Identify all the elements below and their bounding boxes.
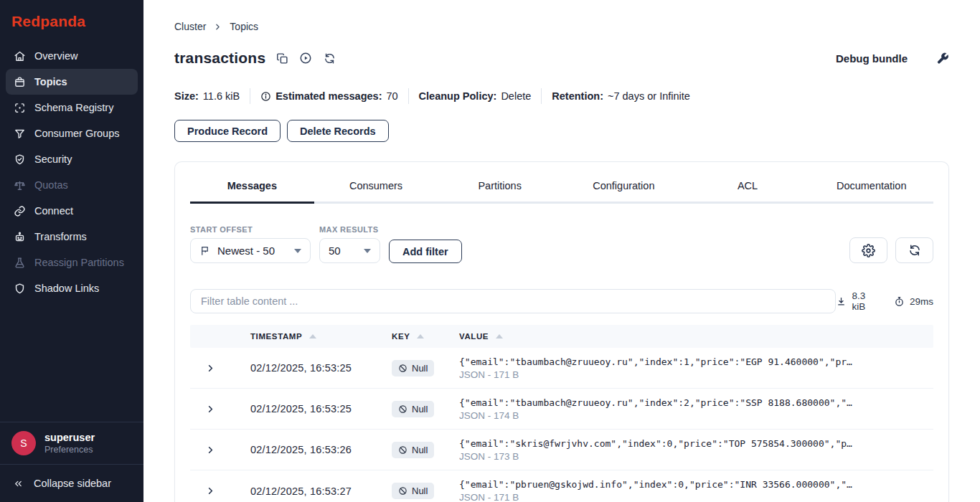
message-key: Null	[383, 401, 453, 417]
tab-messages[interactable]: Messages	[190, 180, 314, 204]
sidebar-item-connect[interactable]: Connect	[6, 198, 138, 224]
stat-value: ~7 days or Infinite	[608, 90, 690, 102]
col-header-timestamp[interactable]: TIMESTAMP	[230, 332, 383, 341]
sort-icon[interactable]	[496, 334, 503, 338]
max-results-value: 50	[329, 245, 341, 257]
message-value: {"email":"tbaumbach@zruueoy.ru","index":…	[453, 351, 933, 386]
page-title: transactions	[174, 49, 265, 67]
tab-partitions[interactable]: Partitions	[438, 180, 562, 204]
sidebar-item-quotas[interactable]: Quotas	[6, 172, 138, 198]
stat-label: Estimated messages:	[275, 90, 382, 102]
col-header-key[interactable]: KEY	[383, 332, 453, 341]
delete-records-button[interactable]: Delete Records	[287, 120, 389, 142]
message-timestamp: 02/12/2025, 16:53:27	[230, 486, 383, 497]
sidebar-item-label: Consumer Groups	[34, 128, 119, 139]
value-meta: JSON - 174 B	[459, 410, 919, 421]
start-offset-select[interactable]: Newest - 50	[190, 238, 311, 263]
stopwatch-icon	[894, 296, 905, 307]
chevron-down-icon	[294, 249, 301, 253]
expand-row-icon[interactable]	[190, 445, 230, 455]
sidebar-item-security[interactable]: Security	[6, 146, 138, 172]
sidebar-item-topics[interactable]: Topics	[6, 69, 138, 95]
breadcrumb-topics[interactable]: Topics	[230, 21, 258, 32]
shield-check-icon	[13, 153, 26, 166]
value-meta: JSON - 173 B	[459, 451, 919, 462]
sidebar-item-overview[interactable]: Overview	[6, 43, 138, 69]
sidebar-item-schema-registry[interactable]: Schema Registry	[6, 95, 138, 120]
topic-stats: Size: 11.6 kiB Estimated messages: 70 Cl…	[174, 88, 949, 104]
sidebar-item-label: Reassign Partitions	[34, 257, 124, 268]
refresh-messages-button[interactable]	[895, 237, 933, 263]
home-icon	[13, 49, 26, 62]
table-row[interactable]: 02/12/2025, 16:53:27 Null {"email":"pbru…	[190, 470, 933, 502]
add-filter-button[interactable]: Add filter	[389, 240, 462, 263]
max-results-group: MAX RESULTS 50	[319, 225, 380, 263]
max-results-select[interactable]: 50	[319, 238, 380, 263]
value-json-preview: {"email":"tbaumbach@zruueoy.ru","index":…	[459, 397, 919, 408]
max-results-label: MAX RESULTS	[319, 225, 380, 234]
produce-record-button[interactable]: Produce Record	[174, 120, 281, 142]
robot-icon	[13, 230, 26, 243]
sort-icon[interactable]	[309, 334, 316, 338]
sidebar-item-label: Topics	[34, 76, 67, 87]
tab-configuration[interactable]: Configuration	[562, 180, 686, 204]
wrench-icon[interactable]	[936, 52, 949, 65]
topic-card: Messages Consumers Partitions Configurat…	[174, 161, 949, 502]
stat-estimated-messages: Estimated messages: 70	[260, 90, 397, 102]
double-chevron-left-icon	[13, 478, 24, 489]
value-json-preview: {"email":"skris@fwrjvhv.com","index":0,"…	[459, 438, 919, 449]
message-key: Null	[383, 483, 453, 499]
collapse-sidebar-button[interactable]: Collapse sidebar	[0, 465, 143, 502]
refresh-icon	[908, 244, 921, 257]
tab-consumers[interactable]: Consumers	[314, 180, 438, 204]
fetched-size: 8.3 kiB	[852, 290, 881, 312]
message-key: Null	[383, 442, 453, 458]
col-header-value[interactable]: VALUE	[453, 332, 933, 341]
sort-icon[interactable]	[417, 334, 424, 338]
sidebar-item-label: Overview	[34, 50, 77, 62]
null-badge: Null	[392, 401, 434, 417]
user-preferences-link[interactable]: Preferences	[44, 445, 95, 455]
table-header: TIMESTAMP KEY VALUE	[190, 325, 933, 348]
null-badge: Null	[392, 442, 434, 458]
tab-documentation[interactable]: Documentation	[809, 180, 933, 204]
sidebar-item-transforms[interactable]: Transforms	[6, 224, 138, 250]
copy-topic-name-icon[interactable]	[275, 52, 288, 65]
table-row[interactable]: 02/12/2025, 16:53:26 Null {"email":"skri…	[190, 430, 933, 470]
message-timestamp: 02/12/2025, 16:53:26	[230, 444, 383, 455]
action-buttons: Produce Record Delete Records	[174, 120, 949, 142]
sidebar-item-consumer-groups[interactable]: Consumer Groups	[6, 120, 138, 146]
expand-row-icon[interactable]	[190, 404, 230, 415]
table-row[interactable]: 02/12/2025, 16:53:25 Null {"email":"tbau…	[190, 348, 933, 389]
play-topic-icon[interactable]	[299, 52, 312, 65]
tab-bar: Messages Consumers Partitions Configurat…	[175, 180, 948, 204]
stat-size: Size: 11.6 kiB	[174, 90, 240, 102]
chevron-down-icon	[364, 249, 371, 253]
sidebar-item-reassign-partitions[interactable]: Reassign Partitions	[6, 250, 138, 275]
value-json-preview: {"email":"tbaumbach@zruueoy.ru","index":…	[459, 356, 919, 367]
col-label: KEY	[392, 332, 410, 341]
debug-bundle-link[interactable]: Debug bundle	[836, 52, 908, 65]
flag-icon	[199, 245, 210, 256]
expand-row-icon[interactable]	[190, 486, 230, 496]
breadcrumb-cluster[interactable]: Cluster	[174, 21, 206, 32]
schema-scan-icon	[13, 101, 26, 114]
refresh-topic-icon[interactable]	[323, 52, 336, 65]
null-label: Null	[412, 486, 428, 496]
value-meta: JSON - 171 B	[459, 492, 919, 502]
query-controls: START OFFSET Newest - 50 MAX RESULTS	[190, 225, 933, 263]
message-value: {"email":"pbruen@gskojwd.info","index":0…	[453, 473, 933, 502]
stat-retention: Retention: ~7 days or Infinite	[552, 90, 690, 102]
filter-table-input[interactable]	[190, 289, 836, 313]
user-profile[interactable]: S superuser Preferences	[0, 422, 143, 464]
message-value: {"email":"skris@fwrjvhv.com","index":0,"…	[453, 432, 933, 468]
gear-icon	[862, 244, 875, 257]
scales-icon	[13, 179, 26, 191]
stat-label: Retention:	[552, 90, 603, 102]
table-settings-button[interactable]	[849, 237, 887, 263]
sidebar-item-label: Transforms	[34, 231, 87, 242]
sidebar-item-shadow-links[interactable]: Shadow Links	[6, 275, 138, 301]
tab-acl[interactable]: ACL	[686, 180, 810, 204]
table-row[interactable]: 02/12/2025, 16:53:25 Null {"email":"tbau…	[190, 389, 933, 430]
expand-row-icon[interactable]	[190, 363, 230, 374]
